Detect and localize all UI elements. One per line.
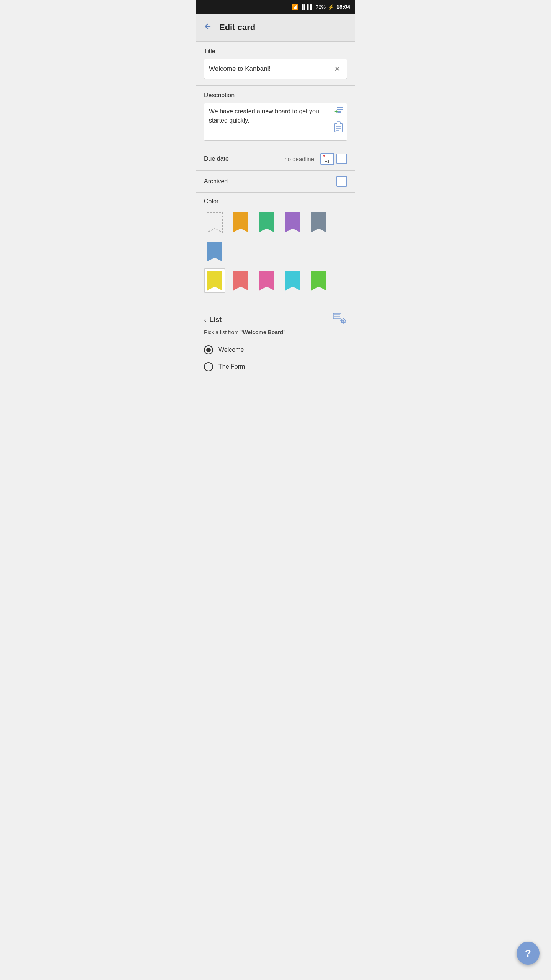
color-label: Color: [204, 198, 347, 205]
description-label: Description: [204, 92, 347, 99]
list-option-welcome-label: Welcome: [218, 346, 244, 353]
description-section: Description We have created a new board …: [196, 86, 355, 147]
color-option-gold[interactable]: [230, 210, 251, 235]
svg-rect-1: [337, 109, 343, 110]
color-option-green[interactable]: [256, 210, 277, 235]
status-bar: 📶 ▐▌▌▌ 72% ⚡ 18:04: [196, 0, 355, 14]
svg-rect-4: [335, 123, 342, 132]
list-board-name: "Welcome Board": [240, 329, 286, 335]
color-option-blue[interactable]: [204, 239, 225, 264]
title-input-wrap: ✕: [204, 59, 347, 79]
clipboard-icon[interactable]: [334, 121, 344, 135]
color-option-none[interactable]: [204, 210, 225, 235]
color-row-2: [204, 268, 347, 293]
svg-line-20: [345, 319, 345, 319]
battery-icon: ⚡: [328, 4, 334, 10]
svg-rect-0: [337, 107, 343, 108]
svg-line-21: [341, 322, 342, 323]
archived-label: Archived: [204, 178, 336, 185]
svg-line-19: [345, 322, 345, 323]
list-settings-button[interactable]: [333, 312, 347, 328]
radio-welcome-fill: [206, 348, 211, 352]
svg-line-18: [341, 319, 342, 319]
header: Edit card: [196, 14, 355, 41]
signal-icon: ▐▌▌▌: [300, 4, 313, 10]
radio-welcome: [204, 345, 213, 354]
color-row-1: [204, 210, 347, 264]
color-option-lime[interactable]: [308, 268, 329, 293]
list-option-theform-label: The Form: [218, 363, 245, 370]
description-text[interactable]: We have created a new board to get you s…: [209, 107, 327, 125]
color-option-salmon[interactable]: [230, 268, 251, 293]
archived-section: Archived: [196, 171, 355, 192]
time-display: 18:04: [336, 4, 350, 10]
svg-point-13: [342, 320, 344, 322]
svg-rect-5: [337, 122, 340, 124]
page-title: Edit card: [219, 23, 255, 33]
due-date-checkbox[interactable]: [336, 154, 347, 164]
back-button[interactable]: [202, 21, 213, 34]
list-option-theform[interactable]: The Form: [204, 358, 347, 375]
description-input-wrap: We have created a new board to get you s…: [204, 103, 347, 141]
color-option-pink[interactable]: [256, 268, 277, 293]
color-option-yellow[interactable]: [204, 268, 225, 293]
list-option-welcome[interactable]: Welcome: [204, 341, 347, 358]
color-option-purple[interactable]: [282, 210, 303, 235]
list-chevron-icon: ‹: [204, 316, 206, 324]
radio-theform: [204, 362, 213, 371]
clear-title-button[interactable]: ✕: [333, 63, 342, 75]
add-text-icon[interactable]: +: [334, 106, 344, 118]
list-header: ‹ List: [204, 312, 347, 328]
calendar-button[interactable]: +1: [320, 153, 334, 165]
title-section: Title ✕: [196, 42, 355, 85]
title-input[interactable]: [209, 65, 333, 73]
due-date-label: Due date: [204, 155, 284, 162]
svg-text:+: +: [334, 108, 338, 115]
list-title: List: [209, 316, 222, 324]
svg-rect-9: [333, 313, 341, 318]
due-date-value: no deadline: [284, 156, 314, 162]
color-option-gray[interactable]: [308, 210, 329, 235]
list-title-row: ‹ List: [204, 316, 222, 324]
title-label: Title: [204, 48, 347, 55]
list-section: ‹ List Pick a list: [196, 305, 355, 406]
description-icons: +: [334, 106, 344, 135]
due-date-section: Due date no deadline +1: [196, 147, 355, 170]
list-subtitle: Pick a list from "Welcome Board": [204, 329, 347, 335]
archived-checkbox[interactable]: [336, 176, 347, 187]
battery-text: 72%: [316, 4, 326, 10]
wifi-icon: 📶: [292, 4, 298, 10]
color-option-cyan[interactable]: [282, 268, 303, 293]
svg-rect-2: [337, 111, 341, 113]
color-section: Color: [196, 193, 355, 305]
